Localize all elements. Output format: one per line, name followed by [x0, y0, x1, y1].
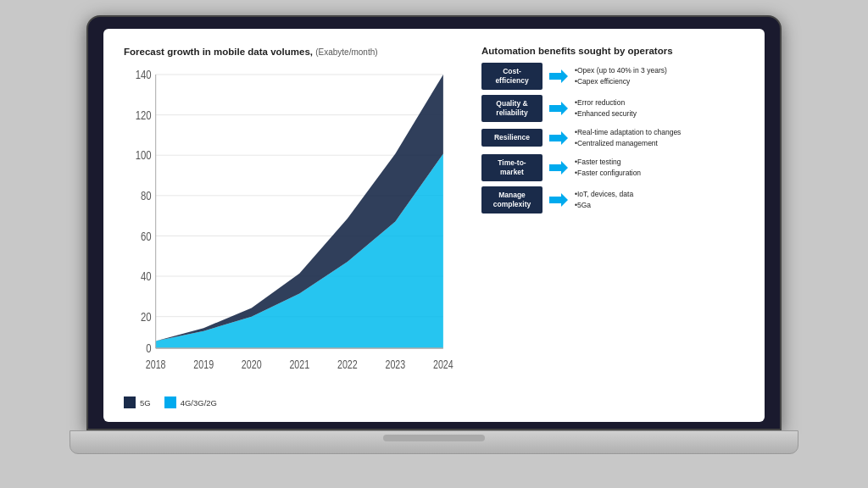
benefit-row-complexity: Managecomplexity •IoT, devices, data •5G… — [481, 186, 744, 214]
benefit-points-cost: •Opex (up to 40% in 3 years) •Capex effi… — [575, 65, 667, 87]
benefit-label-ttm: Time-to-market — [481, 154, 542, 181]
svg-text:2024: 2024 — [433, 358, 453, 371]
svg-text:2019: 2019 — [193, 358, 214, 371]
benefits-area: Automation benefits sought by operators … — [481, 46, 744, 408]
svg-marker-28 — [549, 161, 568, 175]
benefit-arrow-quality — [549, 102, 568, 115]
legend-5g-box — [124, 396, 136, 408]
chart-title-text: Forecast growth in mobile data volumes, — [124, 47, 313, 57]
benefit-arrow-complexity — [549, 193, 568, 207]
chart-area: Forecast growth in mobile data volumes, … — [124, 46, 465, 408]
legend-5g: 5G — [124, 396, 151, 408]
svg-marker-27 — [549, 131, 568, 145]
chart-date: (Exabyte/month) — [315, 47, 377, 57]
benefit-row-ttm: Time-to-market •Faster testing •Faster c… — [481, 154, 744, 181]
benefit-points-resilience: •Real-time adaptation to changes •Centra… — [575, 127, 681, 149]
benefit-label-complexity: Managecomplexity — [481, 186, 542, 214]
benefit-row-quality: Quality &reliability •Error reduction •E… — [481, 95, 744, 122]
benefit-arrow-ttm — [549, 161, 568, 175]
svg-text:2020: 2020 — [242, 358, 262, 371]
chart-svg: 140 120 100 80 60 40 20 0 — [124, 60, 465, 391]
svg-text:2023: 2023 — [385, 358, 405, 371]
legend-4g-label: 4G/3G/2G — [181, 398, 217, 408]
svg-text:2022: 2022 — [337, 358, 358, 371]
svg-text:40: 40 — [141, 269, 152, 283]
benefit-row-cost: Cost-efficiency •Opex (up to 40% in 3 ye… — [481, 63, 744, 90]
svg-text:80: 80 — [141, 188, 152, 202]
laptop-base — [70, 430, 798, 454]
svg-text:100: 100 — [136, 148, 152, 163]
benefit-points-ttm: •Faster testing •Faster configuration — [575, 157, 641, 179]
svg-text:2018: 2018 — [146, 358, 166, 371]
svg-text:20: 20 — [141, 309, 152, 324]
chart-legend: 5G 4G/3G/2G — [124, 396, 465, 408]
svg-text:60: 60 — [141, 229, 152, 243]
screen-content: Forecast growth in mobile data volumes, … — [103, 29, 765, 422]
legend-5g-label: 5G — [140, 398, 151, 408]
benefit-points-quality: •Error reduction •Enhanced security — [575, 97, 637, 119]
benefit-label-cost: Cost-efficiency — [481, 63, 542, 90]
legend-4g: 4G/3G/2G — [164, 396, 217, 408]
legend-4g-box — [164, 396, 176, 408]
svg-marker-26 — [549, 102, 568, 115]
svg-text:2021: 2021 — [289, 358, 309, 371]
benefit-label-resilience: Resilience — [481, 129, 542, 147]
chart-container: 140 120 100 80 60 40 20 0 — [124, 60, 465, 391]
svg-text:120: 120 — [136, 108, 152, 122]
svg-marker-29 — [549, 193, 568, 207]
chart-title: Forecast growth in mobile data volumes, … — [124, 46, 465, 58]
benefit-row-resilience: Resilience •Real-time adaptation to chan… — [481, 127, 744, 149]
benefit-arrow-cost — [549, 69, 568, 83]
svg-marker-25 — [549, 69, 568, 83]
laptop-screen: Forecast growth in mobile data volumes, … — [103, 29, 765, 422]
benefit-label-quality: Quality &reliability — [481, 95, 542, 122]
benefit-points-complexity: •IoT, devices, data •5Ga — [575, 189, 633, 211]
benefit-arrow-resilience — [549, 131, 568, 145]
svg-text:0: 0 — [146, 341, 151, 355]
laptop-screen-outer: Forecast growth in mobile data volumes, … — [86, 15, 782, 430]
benefits-title: Automation benefits sought by operators — [481, 46, 744, 56]
laptop-wrapper: Forecast growth in mobile data volumes, … — [70, 15, 798, 473]
svg-text:140: 140 — [136, 67, 152, 81]
